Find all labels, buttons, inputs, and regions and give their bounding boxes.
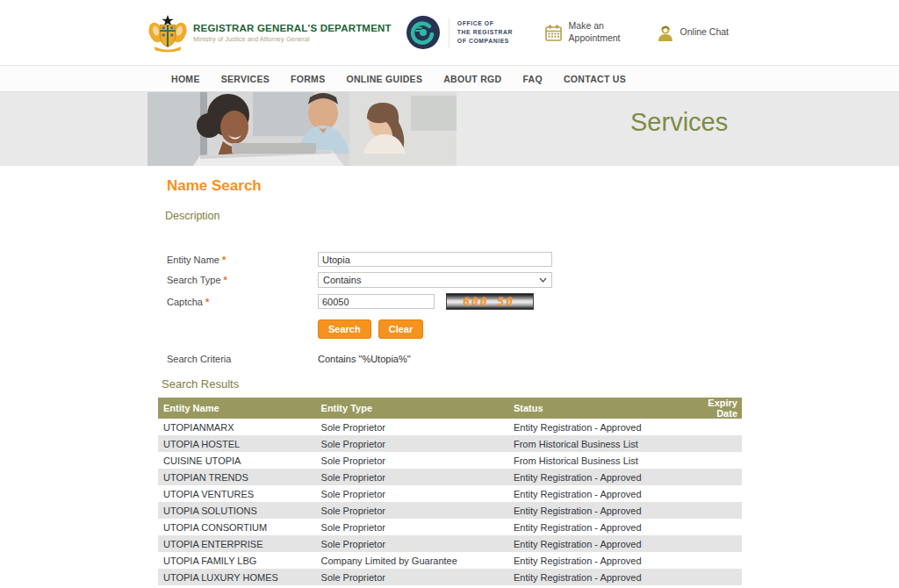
search-type-label: Search Type*	[167, 275, 318, 285]
banner-title: Services	[630, 108, 728, 137]
cell-expiry	[689, 569, 742, 585]
nav-item-online-guides[interactable]: ONLINE GUIDES	[335, 74, 433, 84]
cell-entity-name: UTOPIANMARX	[158, 419, 316, 435]
cell-entity-name: UTOPIA VENTURES	[158, 485, 316, 502]
appointment-label-line2: Appointment	[569, 32, 621, 45]
nav-item-services[interactable]: SERVICES	[211, 74, 280, 84]
dept-subtitle: Ministry of Justice and Attorney General	[193, 35, 392, 43]
orc-line3: OF COMPANIES	[457, 37, 513, 46]
rgd-logo-group: REGISTRAR GENERAL'S DEPARTMENT Ministry …	[147, 12, 392, 53]
search-type-select[interactable]: Contains	[318, 272, 552, 288]
cell-status: Entity Registration - Approved	[508, 469, 689, 485]
chevron-down-icon	[539, 277, 547, 283]
cell-entity-name: UTOPIA HOSTEL	[158, 435, 316, 452]
table-row: UTOPIANMARX Sole Proprietor Entity Regis…	[158, 419, 742, 435]
captcha-label: Captcha*	[167, 297, 318, 307]
cell-expiry	[689, 452, 742, 469]
site-header: REGISTRAR GENERAL'S DEPARTMENT Ministry …	[0, 0, 899, 66]
cell-status: Entity Registration - Approved	[508, 519, 689, 535]
online-chat-label: Online Chat	[680, 26, 729, 39]
banner-photo	[147, 92, 457, 166]
divider	[449, 18, 450, 47]
online-chat-link[interactable]: Online Chat	[658, 25, 729, 41]
cell-entity-name: UTOPIA CONSORTIUM	[158, 519, 316, 535]
cell-entity-type: Sole Proprietor	[316, 569, 508, 585]
results-header-row: Entity Name Entity Type Status Expiry Da…	[158, 398, 742, 419]
cell-expiry	[689, 469, 742, 485]
calendar-icon	[545, 25, 562, 41]
cell-entity-name: UTOPIA FAMILY LBG	[158, 552, 316, 569]
cell-status: From Historical Business List	[508, 435, 689, 452]
cell-status: From Historical Business List	[508, 452, 689, 469]
nav-item-contact-us[interactable]: CONTACT US	[553, 74, 636, 84]
cell-entity-type: Sole Proprietor	[316, 469, 508, 485]
entity-name-label: Entity Name*	[167, 255, 318, 265]
cell-status: Entity Registration - Approved	[508, 569, 689, 585]
required-mark: *	[205, 297, 209, 307]
services-banner: Services	[0, 92, 899, 166]
cell-status: Entity Registration - Approved	[508, 419, 689, 435]
orc-logo-group: OFFICE OF THE REGISTRAR OF COMPANIES	[406, 15, 513, 50]
description-heading: Description	[165, 210, 752, 222]
table-row: UTOPIA HOSTEL Sole Proprietor From Histo…	[158, 435, 742, 452]
cell-entity-name: UTOPIA ENTERPRISE	[158, 535, 316, 552]
table-row: UTOPIA CONSORTIUM Sole Proprietor Entity…	[158, 519, 742, 535]
name-search-form: Entity Name* Search Type* Contains Captc…	[147, 249, 752, 364]
cell-entity-type: Sole Proprietor	[316, 519, 508, 535]
cell-expiry	[689, 435, 742, 452]
cell-entity-name: UTOPIA SOLUTIONS	[158, 502, 316, 519]
make-appointment-link[interactable]: Make an Appointment	[545, 20, 621, 44]
search-type-value: Contains	[323, 275, 361, 285]
entity-name-input[interactable]	[318, 252, 552, 267]
nav-item-home[interactable]: HOME	[161, 74, 211, 84]
cell-status: Entity Registration - Approved	[508, 552, 689, 569]
dept-name: REGISTRAR GENERAL'S DEPARTMENT	[193, 23, 392, 33]
table-row: UTOPIAN TRENDS Sole Proprietor Entity Re…	[158, 469, 742, 485]
cell-expiry	[689, 552, 742, 569]
orc-logo-icon	[406, 15, 441, 50]
cell-entity-name: UTOPIAN TRENDS	[158, 469, 316, 485]
cell-entity-name: CUISINE UTOPIA	[158, 452, 316, 469]
cell-entity-type: Sole Proprietor	[316, 485, 508, 502]
main-nav: HOME SERVICES FORMS ONLINE GUIDES ABOUT …	[0, 66, 899, 92]
table-row: UTOPIA LUXURY HOMES Sole Proprietor Enti…	[158, 569, 742, 585]
column-entity-name: Entity Name	[158, 398, 316, 419]
nav-item-about-rgd[interactable]: ABOUT RGD	[433, 74, 512, 84]
table-row: UTOPIA ENTERPRISE Sole Proprietor Entity…	[158, 535, 742, 552]
cell-entity-name: UTOPIA LUXURY HOMES	[158, 569, 316, 585]
column-entity-type: Entity Type	[316, 398, 508, 419]
nav-item-faq[interactable]: FAQ	[512, 74, 553, 84]
nav-item-forms[interactable]: FORMS	[280, 74, 335, 84]
column-expiry-date: Expiry Date	[689, 398, 742, 419]
cell-status: Entity Registration - Approved	[508, 535, 689, 552]
search-criteria-label: Search Criteria	[167, 354, 318, 364]
ghana-coat-of-arms-icon	[147, 12, 188, 53]
cell-status: Entity Registration - Approved	[508, 485, 689, 502]
captcha-image: 600 50	[446, 293, 534, 310]
orc-line1: OFFICE OF	[457, 19, 513, 28]
cell-expiry	[689, 419, 742, 435]
table-row: UTOPIA VENTURES Sole Proprietor Entity R…	[158, 485, 742, 502]
cell-entity-type: Company Limited by Guarantee	[316, 552, 508, 569]
cell-entity-type: Sole Proprietor	[316, 535, 508, 552]
cell-expiry	[689, 535, 742, 552]
results-table: Entity Name Entity Type Status Expiry Da…	[158, 398, 742, 585]
captcha-input[interactable]	[318, 294, 435, 309]
cell-entity-type: Sole Proprietor	[316, 452, 508, 469]
table-row: UTOPIA FAMILY LBG Company Limited by Gua…	[158, 552, 742, 569]
table-row: UTOPIA SOLUTIONS Sole Proprietor Entity …	[158, 502, 742, 519]
orc-line2: THE REGISTRAR	[457, 28, 513, 37]
table-row: CUISINE UTOPIA Sole Proprietor From Hist…	[158, 452, 742, 469]
clear-button[interactable]: Clear	[378, 319, 424, 339]
required-mark: *	[222, 255, 226, 265]
captcha-image-text: 600 50	[462, 295, 515, 308]
cell-expiry	[689, 502, 742, 519]
search-button[interactable]: Search	[318, 319, 371, 339]
required-mark: *	[224, 275, 227, 285]
cell-entity-type: Sole Proprietor	[316, 419, 508, 435]
content-area: Name Search Description Entity Name* Sea…	[147, 177, 752, 588]
chat-person-icon	[658, 25, 673, 41]
page-title: Name Search	[167, 177, 752, 195]
search-results-heading: Search Results	[162, 377, 752, 391]
cell-status: Entity Registration - Approved	[508, 502, 689, 519]
